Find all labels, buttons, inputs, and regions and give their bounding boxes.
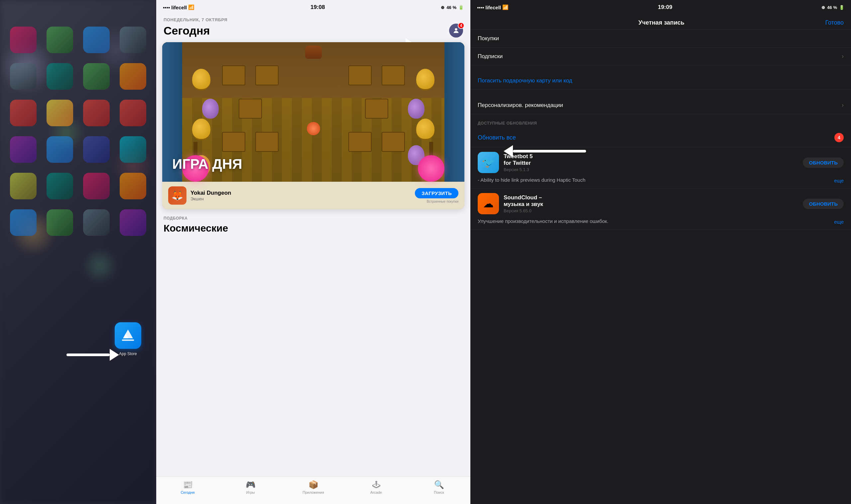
app-icon (47, 26, 73, 53)
soundcloud-more-link[interactable]: еще (834, 219, 844, 224)
chest-9 (348, 132, 372, 152)
chest-5 (239, 99, 262, 119)
app-icon (10, 100, 37, 126)
subscriptions-chevron-icon: › (842, 53, 844, 60)
update-all-badge: 4 (834, 133, 844, 142)
tweetbot-desc-row: - Ability to hide link previews during H… (478, 176, 844, 183)
purchases-row[interactable]: Покупки (471, 30, 851, 48)
list-item[interactable] (7, 63, 40, 90)
list-item[interactable] (80, 63, 113, 90)
soundcloud-icon: ☁ (478, 193, 499, 214)
appstore-today-panel: ▪▪▪▪ lifecell 📶 19:08 ⊕ 46 % 🔋 ПОНЕДЕЛЬН… (156, 0, 471, 504)
wifi-icon: 📶 (188, 4, 194, 10)
today-tab-label: Сегодня (180, 490, 194, 494)
list-item[interactable] (116, 209, 149, 236)
app-icon (120, 209, 146, 236)
redeem-row[interactable]: Погасить подарочную карту или код (471, 72, 851, 90)
battery-icon: 🔋 (458, 5, 464, 10)
tab-arcade[interactable]: 🕹 Arcade (345, 480, 408, 494)
tab-games[interactable]: 🎮 Игры (219, 480, 282, 494)
app-icon (10, 26, 37, 53)
tab-apps[interactable]: 📦 Приложения (282, 480, 345, 494)
app-icon (47, 136, 73, 163)
arrow-to-update-all (503, 145, 672, 157)
account-battery: 46 % (827, 5, 837, 10)
list-item[interactable] (43, 100, 76, 126)
list-item[interactable] (116, 63, 149, 90)
list-item[interactable] (116, 100, 149, 126)
list-item[interactable] (80, 136, 113, 163)
account-status-bar: ▪▪▪▪ lifecell 📶 19:09 ⊕ 46 % 🔋 (471, 0, 851, 15)
today-title-row: Сегодня 4 (163, 23, 463, 38)
pot-yellow-3 (192, 119, 210, 140)
personalized-row[interactable]: Персонализиров. рекомендации › (471, 96, 851, 114)
carrier-name: lifecell (171, 5, 187, 10)
list-item[interactable] (80, 209, 113, 236)
app-icon (83, 136, 110, 163)
list-item[interactable] (43, 136, 76, 163)
list-item[interactable] (80, 173, 113, 199)
list-item[interactable] (80, 26, 113, 53)
app-icon (83, 209, 110, 236)
chest-3 (348, 66, 372, 85)
account-carrier-name: lifecell (485, 5, 501, 10)
collection-section: ПОДБОРКА Космические (156, 209, 471, 237)
app-icon (83, 100, 110, 126)
tweetbot-update-button[interactable]: ОБНОВИТЬ (803, 158, 844, 168)
arrow-shaft-left (513, 150, 586, 152)
appstore-icon-container[interactable]: App Store (115, 322, 141, 356)
soundcloud-update-button[interactable]: ОБНОВИТЬ (803, 199, 844, 209)
games-tab-icon: 🎮 (246, 480, 255, 489)
status-time: 19:08 (311, 4, 325, 11)
account-time: 19:09 (658, 4, 672, 11)
search-tab-label: Поиск (434, 490, 444, 494)
profile-badge: 4 (458, 22, 464, 29)
app-icon (10, 63, 37, 90)
list-item[interactable] (43, 173, 76, 199)
tweetbot-more-link[interactable]: еще (834, 178, 844, 183)
list-item[interactable] (43, 26, 76, 53)
soundcloud-update-row: ☁ SoundCloud –музыка и звук Версия 5.65.… (471, 188, 851, 230)
update-all-button[interactable]: Обновить все (478, 134, 516, 141)
tab-bar: 📰 Сегодня 🎮 Игры 📦 Приложения 🕹 Arcade 🔍… (156, 476, 471, 504)
list-item[interactable] (116, 173, 149, 199)
subscriptions-row[interactable]: Подписки › (471, 48, 851, 66)
arcade-tab-icon: 🕹 (372, 480, 380, 489)
tab-search[interactable]: 🔍 Поиск (408, 480, 471, 494)
chest-7 (222, 132, 245, 152)
app-icon (83, 26, 110, 53)
list-item[interactable] (7, 173, 40, 199)
tab-today[interactable]: 📰 Сегодня (156, 480, 219, 494)
profile-button[interactable]: 4 (449, 23, 463, 38)
tweetbot-desc: - Ability to hide link previews during H… (478, 176, 831, 183)
list-item[interactable] (7, 100, 40, 126)
app-icon (47, 209, 73, 236)
list-item[interactable] (7, 26, 40, 53)
list-item[interactable] (80, 100, 113, 126)
collection-title: Космические (156, 222, 471, 237)
pot-purple-1 (202, 99, 219, 119)
pot-purple-2 (408, 99, 425, 119)
soundcloud-desc: Улучшение производительности и исправлен… (478, 218, 831, 224)
list-item[interactable] (43, 63, 76, 90)
game-overlay-text: ИГРА ДНЯ (172, 157, 242, 172)
today-tab-icon: 📰 (183, 480, 193, 489)
location-icon: ⊕ (441, 5, 444, 10)
list-item[interactable] (43, 209, 76, 236)
game-of-day-card[interactable]: ИГРА ДНЯ 🦊 Yokai Dungeon Экшен ЗАГРУЗИТЬ… (162, 42, 464, 209)
status-carrier: ▪▪▪▪ lifecell 📶 (163, 4, 194, 10)
list-item[interactable] (116, 136, 149, 163)
appstore-icon[interactable] (115, 322, 141, 349)
character (307, 122, 320, 135)
download-button[interactable]: ЗАГРУЗИТЬ (415, 188, 458, 198)
app-icon (10, 136, 37, 163)
done-button[interactable]: Готово (825, 19, 844, 26)
games-tab-label: Игры (246, 490, 255, 494)
appstore-label: App Store (119, 352, 137, 356)
list-item[interactable] (116, 26, 149, 53)
today-title: Сегодня (163, 24, 210, 37)
arrow-to-appstore (67, 349, 119, 361)
section-divider-2 (471, 90, 851, 96)
list-item[interactable] (7, 209, 40, 236)
list-item[interactable] (7, 136, 40, 163)
